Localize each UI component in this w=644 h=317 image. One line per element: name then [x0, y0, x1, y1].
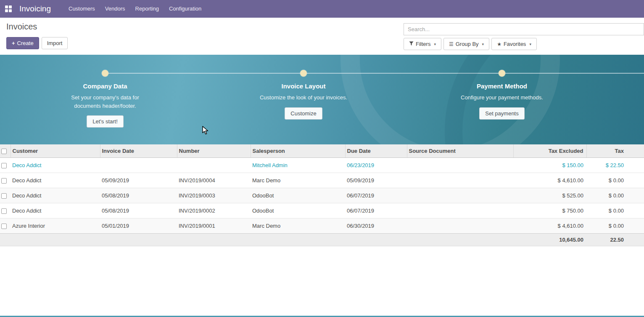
- column-header-tax-excluded[interactable]: Tax Excluded: [513, 144, 586, 158]
- apps-menu-button[interactable]: [0, 0, 17, 18]
- step-dot: [300, 70, 307, 77]
- row-checkbox[interactable]: [1, 224, 7, 229]
- menu-vendors[interactable]: Vendors: [100, 0, 130, 18]
- navbar-menus: Customers Vendors Reporting Configuratio…: [63, 0, 206, 18]
- invoices-table: Customer Invoice Date Number Salesperson…: [0, 144, 644, 246]
- cell-tax-excluded: $ 750.00: [513, 203, 586, 218]
- step-dot: [102, 70, 108, 77]
- filters-button-label: Filters: [416, 41, 430, 47]
- cell-tax-excluded: $ 4,610.00: [513, 218, 586, 234]
- cell-due-date: 06/07/2019: [345, 203, 407, 218]
- create-button-label: Create: [17, 40, 34, 46]
- cell-tax-excluded: $ 525.00: [513, 188, 586, 203]
- cell-invoice-date: 05/09/2019: [100, 173, 177, 188]
- cell-source-document: [407, 218, 513, 234]
- column-header-salesperson[interactable]: Salesperson: [251, 144, 345, 158]
- table-row[interactable]: Deco Addict 05/08/2019 INV/2019/0003 Odo…: [0, 188, 644, 203]
- step-description: Set your company's data for documents he…: [61, 93, 150, 110]
- cell-salesperson: Mitchell Admin: [251, 158, 345, 173]
- apps-grid-icon: [5, 5, 12, 12]
- cell-number: INV/2019/0001: [177, 218, 251, 234]
- step-dot: [499, 70, 505, 77]
- caret-down-icon: ▾: [434, 42, 436, 46]
- cell-customer: Azure Interior: [11, 218, 100, 234]
- cell-tax: $ 0.00: [586, 173, 644, 188]
- column-header-number[interactable]: Number: [177, 144, 251, 158]
- cell-due-date: 05/09/2019: [345, 173, 407, 188]
- table-row[interactable]: Deco Addict Mitchell Admin 06/23/2019 $ …: [0, 158, 644, 173]
- step-title: Payment Method: [439, 83, 565, 90]
- row-checkbox-cell: [0, 188, 11, 203]
- totals-spacer: [0, 234, 513, 246]
- cell-source-document: [407, 203, 513, 218]
- cell-salesperson: OdooBot: [251, 188, 345, 203]
- select-all-checkbox[interactable]: [1, 149, 7, 154]
- group-by-button[interactable]: ☰ Group By ▾: [443, 38, 489, 50]
- group-by-button-label: Group By: [456, 41, 479, 47]
- table-row[interactable]: Deco Addict 05/08/2019 INV/2019/0002 Odo…: [0, 203, 644, 218]
- import-button-label: Import: [47, 40, 63, 46]
- cell-salesperson: Marc Demo: [251, 173, 345, 188]
- favorites-button-label: Favorites: [504, 41, 526, 47]
- cell-tax: $ 0.00: [586, 218, 644, 234]
- cell-due-date: 06/23/2019: [345, 158, 407, 173]
- cell-invoice-date: 05/01/2019: [100, 218, 177, 234]
- row-checkbox-cell: [0, 203, 11, 218]
- cell-tax-excluded: $ 4,610.00: [513, 173, 586, 188]
- filters-button[interactable]: Filters ▾: [404, 38, 441, 50]
- column-header-invoice-date[interactable]: Invoice Date: [100, 144, 177, 158]
- set-payments-button[interactable]: Set payments: [479, 107, 525, 120]
- cell-number: INV/2019/0004: [177, 173, 251, 188]
- caret-down-icon: ▾: [482, 42, 484, 46]
- customize-button[interactable]: Customize: [285, 107, 322, 120]
- filter-funnel-icon: [409, 41, 414, 47]
- onboarding-step-payment-method: Payment Method Configure your payment me…: [439, 83, 565, 120]
- column-header-source-document[interactable]: Source Document: [407, 144, 513, 158]
- cell-customer: Deco Addict: [11, 173, 100, 188]
- row-checkbox[interactable]: [1, 193, 7, 199]
- column-header-due-date[interactable]: Due Date: [345, 144, 407, 158]
- create-button[interactable]: + Create: [6, 37, 39, 49]
- cell-customer: Deco Addict: [11, 158, 100, 173]
- cell-tax: $ 22.50: [586, 158, 644, 173]
- caret-down-icon: ▾: [529, 42, 531, 46]
- cell-due-date: 06/07/2019: [345, 188, 407, 203]
- totals-row: 10,645.00 22.50: [0, 234, 644, 246]
- row-checkbox[interactable]: [1, 178, 7, 184]
- cell-customer: Deco Addict: [11, 188, 100, 203]
- menu-customers[interactable]: Customers: [63, 0, 100, 18]
- app-name[interactable]: Invoicing: [17, 0, 63, 18]
- row-checkbox-cell: [0, 173, 11, 188]
- cell-number: [177, 158, 251, 173]
- lets-start-button[interactable]: Let's start!: [87, 115, 124, 128]
- step-description: Configure your payment methods.: [457, 93, 546, 102]
- menu-configuration[interactable]: Configuration: [164, 0, 206, 18]
- column-header-customer[interactable]: Customer: [11, 144, 100, 158]
- cell-salesperson: OdooBot: [251, 203, 345, 218]
- step-description: Customize the look of your invoices.: [259, 93, 348, 102]
- cell-invoice-date: 05/08/2019: [100, 203, 177, 218]
- screen: Invoicing Customers Vendors Reporting Co…: [0, 0, 644, 317]
- cell-salesperson: Marc Demo: [251, 218, 345, 234]
- onboarding-progress-line: [105, 73, 644, 74]
- group-by-icon: ☰: [449, 42, 454, 47]
- onboarding-banner: Company Data Set your company's data for…: [0, 55, 644, 144]
- column-header-tax[interactable]: Tax: [586, 144, 644, 158]
- table-row[interactable]: Deco Addict 05/09/2019 INV/2019/0004 Mar…: [0, 173, 644, 188]
- row-checkbox[interactable]: [1, 208, 7, 214]
- total-tax-excluded: 10,645.00: [513, 234, 586, 246]
- cell-number: INV/2019/0003: [177, 188, 251, 203]
- table-row[interactable]: Azure Interior 05/01/2019 INV/2019/0001 …: [0, 218, 644, 234]
- favorites-button[interactable]: ★ Favorites ▾: [491, 38, 537, 50]
- import-button[interactable]: Import: [42, 37, 68, 49]
- onboarding-step-company-data: Company Data Set your company's data for…: [42, 83, 168, 128]
- filter-buttons-row: Filters ▾ ☰ Group By ▾ ★ Favorites ▾: [404, 38, 644, 50]
- cell-invoice-date: [100, 158, 177, 173]
- menu-reporting[interactable]: Reporting: [130, 0, 164, 18]
- cell-source-document: [407, 173, 513, 188]
- cell-invoice-date: 05/08/2019: [100, 188, 177, 203]
- search-input[interactable]: [404, 23, 644, 35]
- row-checkbox[interactable]: [1, 163, 7, 168]
- step-title: Company Data: [42, 83, 168, 90]
- row-checkbox-cell: [0, 158, 11, 173]
